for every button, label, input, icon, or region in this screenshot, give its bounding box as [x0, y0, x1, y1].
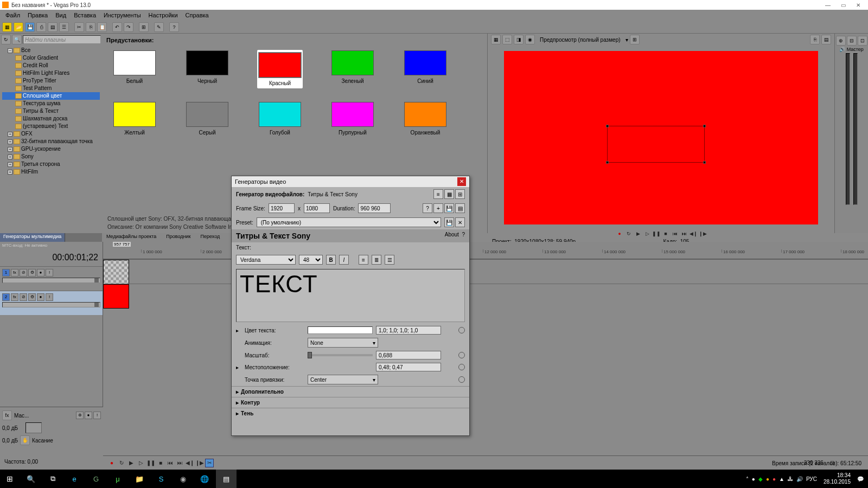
minimize-button[interactable]: — [820, 1, 835, 9]
track-solo-button[interactable]: ! [46, 269, 53, 277]
preview-quality-button[interactable]: ◉ [525, 35, 535, 44]
track-number-icon[interactable]: 2 [2, 293, 10, 301]
preview-mode-label[interactable]: Предпросмотр (полный размер) [537, 37, 624, 43]
tree-group[interactable]: +Sony [2, 153, 100, 160]
font-size-select[interactable]: 48 [299, 255, 323, 265]
frame-height-input[interactable] [304, 203, 330, 213]
next-frame-button[interactable]: ❙▶ [699, 230, 706, 237]
tree-item[interactable]: Credit Roll [2, 62, 100, 69]
fold-advanced[interactable]: ▸Дополнительно [232, 386, 469, 397]
preview-split-button[interactable]: ◨ [514, 35, 524, 44]
track-level-slider[interactable] [2, 302, 100, 307]
preset-swatch[interactable]: Синий [403, 50, 448, 88]
tray-icon[interactable]: ▲ [779, 476, 784, 482]
tree-item[interactable]: Шахматная доска [2, 115, 100, 123]
animation-select[interactable]: None▾ [308, 338, 378, 348]
edge-app[interactable]: e [64, 470, 85, 488]
track-bypass-button[interactable]: ⊘ [20, 269, 27, 277]
mixer-insert-button[interactable]: ⊕ [76, 412, 84, 419]
track-level-slider[interactable] [2, 278, 100, 283]
refresh-plugins-button[interactable]: ↻ [1, 35, 11, 44]
save-as-button[interactable]: ⎙ [36, 22, 46, 32]
keyframe-icon[interactable] [458, 364, 465, 370]
menu-help[interactable]: Справка [182, 11, 212, 20]
view-list-button[interactable]: ≡ [433, 189, 443, 199]
tree-item[interactable]: Color Gradient [2, 54, 100, 62]
track-fx-button[interactable]: fx [11, 293, 18, 301]
search-button[interactable]: 🔍 [21, 470, 41, 488]
record-button[interactable]: ● [107, 459, 116, 467]
start-button[interactable]: ⊞ [0, 470, 20, 488]
tree-group[interactable]: +GPU-ускорение [2, 145, 100, 153]
skype-app[interactable]: S [151, 470, 171, 488]
text-color-swatch[interactable] [308, 326, 373, 334]
view-detail-button[interactable]: ⊞ [455, 189, 465, 199]
tree-item[interactable]: ProType Titler [2, 77, 100, 85]
preset-swatch[interactable]: Голубой [257, 101, 303, 136]
go-start-button[interactable]: ⏮ [671, 230, 679, 237]
tray-icon[interactable]: ● [752, 476, 755, 482]
tree-group[interactable]: +32-битная плавающая точка [2, 138, 100, 145]
mixer-mute-button[interactable]: ● [85, 412, 92, 419]
tray-icon[interactable]: ● [773, 476, 776, 482]
dlg-help-button[interactable]: ? [423, 203, 432, 213]
dlg-add-button[interactable]: + [433, 203, 443, 213]
keyframe-icon[interactable] [458, 376, 465, 383]
preview-ext-button[interactable]: ▦ [491, 35, 501, 44]
plugin-help-button[interactable]: ? [462, 232, 465, 237]
play-button[interactable]: ▷ [643, 230, 651, 237]
scale-slider[interactable] [308, 354, 373, 356]
track-solo-button[interactable]: ! [46, 293, 53, 301]
italic-button[interactable]: I [339, 255, 349, 265]
font-family-select[interactable]: Verdana [236, 255, 296, 265]
tree-item[interactable]: HitFilm Light Flares [2, 69, 100, 77]
properties-button[interactable]: ☰ [59, 22, 69, 32]
search-icon[interactable]: 🔍 [12, 35, 22, 44]
preset-swatch[interactable]: Зеленый [330, 50, 375, 88]
save-button[interactable]: 💾 [25, 22, 35, 32]
video-clip[interactable] [103, 260, 129, 284]
preview-opt-button[interactable]: ⬚ [502, 35, 512, 44]
copy-button[interactable]: ⎘ [86, 22, 95, 32]
taskbar-clock[interactable]: 18:34 28.10.2015 [820, 472, 854, 485]
text-color-value[interactable]: 1,0; 1,0; 1,0; 1,0 [376, 326, 441, 335]
timeline-ruler[interactable]: 957 757 1 000 0002 000 0003 000 00012 00… [103, 242, 868, 259]
track-auto-button[interactable]: ⚙ [28, 269, 36, 277]
bold-button[interactable]: B [326, 255, 336, 265]
stop-button[interactable]: ■ [662, 230, 669, 237]
tree-group[interactable]: +Третья сторона [2, 160, 100, 168]
location-value[interactable]: 0,48; 0,47 [376, 363, 441, 371]
close-button[interactable]: ✕ [851, 1, 866, 9]
prev-frame-button[interactable]: ◀❙ [186, 459, 194, 467]
tray-chevron-icon[interactable]: ˄ [746, 476, 749, 482]
dlg-template-button[interactable]: ▤ [455, 203, 465, 213]
tree-root[interactable]: −Все [2, 47, 100, 54]
preview-save-button[interactable]: ▤ [821, 35, 831, 44]
menu-edit[interactable]: Правка [24, 11, 51, 20]
utorrent-app[interactable]: μ [107, 470, 128, 488]
track-mute-button[interactable]: ● [37, 293, 44, 301]
selection-box[interactable] [607, 126, 705, 163]
mixer-solo-button[interactable]: ! [93, 412, 101, 419]
tree-group[interactable]: +HitFilm [2, 168, 100, 176]
go-start-button[interactable]: ⏮ [166, 459, 175, 467]
about-link[interactable]: About [445, 232, 459, 237]
preset-save-button[interactable]: 💾 [444, 217, 454, 227]
task-view-button[interactable]: ⧉ [42, 470, 63, 488]
track-number-icon[interactable]: 1 [2, 269, 10, 277]
render-button[interactable]: ▤ [48, 22, 58, 32]
timeline-track-2[interactable] [103, 284, 868, 308]
preset-swatch[interactable]: Красный [257, 50, 303, 88]
vegas-app[interactable]: ▤ [216, 470, 237, 488]
track-header-2[interactable]: 2fx⊘⚙●! [0, 291, 103, 315]
menu-tools[interactable]: Инструменты [100, 11, 144, 20]
loop-button[interactable]: ↻ [625, 230, 633, 237]
preset-swatch[interactable]: Оранжевый [403, 101, 448, 136]
fold-shadow[interactable]: ▸Тень [232, 408, 469, 419]
preset-swatch[interactable]: Серый [184, 101, 230, 136]
notifications-button[interactable]: 💬 [857, 476, 864, 482]
snap-button[interactable]: ⊞ [139, 22, 149, 32]
track-header-1[interactable]: 1fx⊘⚙●! [0, 266, 103, 291]
fold-outline[interactable]: ▸Контур [232, 397, 469, 408]
play-start-button[interactable]: ▶ [127, 459, 136, 467]
